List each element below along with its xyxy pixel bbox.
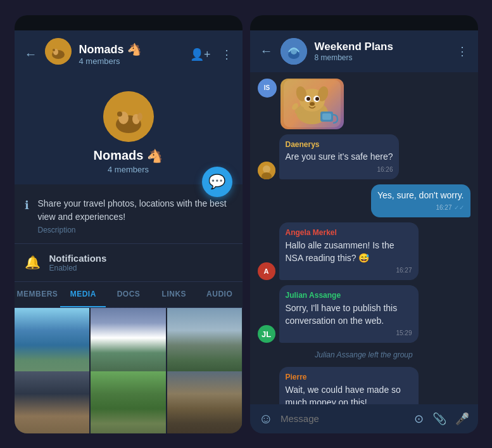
sender-name-pierre: Pierre: [286, 372, 412, 383]
media-grid: [15, 308, 243, 433]
media-cell-6[interactable]: [167, 371, 243, 433]
bell-icon: 🔔: [25, 255, 41, 270]
svg-point-12: [291, 48, 297, 54]
sticker-message: IS: [258, 79, 470, 129]
bubble-angela: Angela Merkel Hallo alle zusammen! Is th…: [279, 222, 419, 280]
sender-name-julian: Julian Assange: [286, 290, 412, 301]
bubble-pierre: Pierre Wait, we could have made so much …: [279, 367, 419, 404]
status-bar-left: [15, 15, 243, 30]
back-button-right[interactable]: ←: [260, 44, 273, 58]
right-members-count: 8 members: [315, 53, 449, 62]
bubble-julian: Julian Assange Sorry, I'll have to publi…: [279, 285, 419, 343]
avatar-julian: JL: [258, 325, 275, 343]
left-phone: ← Nomads 🐴 4 members 👤+ ⋮: [15, 15, 243, 433]
right-header: ← Weekend Plans 8 members ⋮: [250, 30, 478, 72]
status-bar-right: [250, 15, 478, 30]
msg-julian: JL Julian Assange Sorry, I'll have to pu…: [258, 285, 470, 343]
back-button[interactable]: ←: [25, 47, 37, 61]
chat-area: IS: [250, 72, 478, 404]
header-actions: 👤+ ⋮: [190, 48, 232, 61]
camera-icon[interactable]: ⊙: [414, 412, 424, 426]
description-label: Description: [38, 226, 232, 234]
weekend-avatar: [281, 38, 307, 65]
msg-daenerys: Daenerys Are you sure it's safe here? 16…: [258, 134, 470, 179]
svg-point-28: [263, 165, 270, 173]
right-more-icon[interactable]: ⋮: [457, 44, 468, 58]
notifications-status: Enabled: [49, 264, 107, 272]
sender-name-daenerys: Daenerys: [286, 139, 393, 150]
info-icon: ℹ: [25, 198, 29, 212]
mic-icon[interactable]: 🎤: [455, 412, 469, 426]
msg-text-outgoing: Yes, sure, don't worry.: [377, 190, 464, 200]
attach-icon[interactable]: 📎: [432, 412, 446, 426]
group-title-area: Nomads 🐴 4 members: [79, 42, 182, 66]
msg-outgoing: Yes, sure, don't worry. 16:27 ✓✓: [258, 184, 470, 218]
notifications-section[interactable]: 🔔 Notifications Enabled: [15, 244, 243, 282]
right-header-info: Weekend Plans 8 members: [315, 41, 449, 62]
system-message-julian: Julian Assange left the group: [258, 348, 470, 362]
svg-point-20: [306, 97, 310, 101]
description-content: Share your travel photos, locations with…: [38, 197, 232, 234]
right-phone: ← Weekend Plans 8 members ⋮ IS: [250, 15, 478, 433]
bubble-outgoing: Yes, sure, don't worry. 16:27 ✓✓: [371, 184, 470, 218]
msg-text-angela: Hallo alle zusammen! Is the NSA reading …: [286, 240, 394, 263]
msg-text-daenerys: Are you sure it's safe here?: [286, 151, 393, 162]
message-fab-button[interactable]: 💬: [202, 167, 232, 197]
group-avatar-large: [103, 91, 154, 142]
svg-point-21: [315, 97, 319, 101]
notifications-content: Notifications Enabled: [49, 253, 107, 272]
input-action-icons: ⊙ 📎 🎤: [414, 412, 469, 426]
message-fab-icon: 💬: [208, 174, 225, 190]
group-name-header: Nomads 🐴: [79, 42, 182, 56]
bubble-daenerys: Daenerys Are you sure it's safe here? 16…: [279, 134, 400, 179]
tab-audio[interactable]: AUDIO: [197, 282, 243, 307]
avatar-angela: A: [258, 262, 275, 280]
media-cell-4[interactable]: [15, 371, 90, 433]
msg-text-julian: Sorry, I'll have to publish this convers…: [286, 303, 398, 326]
read-checkmark: ✓✓: [454, 203, 464, 212]
svg-point-22: [310, 102, 315, 106]
msg-time-julian: 15:29: [286, 329, 412, 338]
group-name-profile: Nomads 🐴: [94, 148, 163, 163]
msg-angela: A Angela Merkel Hallo alle zusammen! Is …: [258, 222, 470, 280]
notifications-title: Notifications: [49, 253, 107, 264]
tab-media[interactable]: MEDIA: [60, 282, 106, 307]
tab-docs[interactable]: DOCS: [106, 282, 151, 307]
description-text: Share your travel photos, locations with…: [38, 197, 232, 224]
msg-text-pierre: Wait, we could have made so much money o…: [286, 385, 401, 404]
right-group-name: Weekend Plans: [315, 41, 449, 53]
chat-input-bar: ☺ ⊙ 📎 🎤: [250, 404, 478, 433]
members-count-header: 4 members: [79, 56, 182, 66]
msg-pierre: P Pierre Wait, we could have made so muc…: [258, 367, 470, 404]
media-cell-5[interactable]: [91, 371, 166, 433]
add-user-icon[interactable]: 👤+: [190, 48, 211, 61]
svg-point-9: [137, 113, 142, 120]
msg-time-angela: 16:27: [286, 266, 412, 275]
message-input[interactable]: [281, 413, 407, 424]
sticker-box: [281, 79, 344, 129]
tabs-row: MEMBERS MEDIA DOCS LINKS AUDIO: [15, 282, 243, 308]
avatar-daenerys: [258, 162, 275, 179]
svg-rect-26: [322, 113, 331, 120]
svg-point-3: [53, 49, 55, 51]
group-avatar-small: [45, 38, 72, 65]
left-header: ← Nomads 🐴 4 members 👤+ ⋮: [15, 30, 243, 79]
profile-section: Nomads 🐴 4 members 💬: [15, 79, 243, 184]
members-count-profile: 4 members: [108, 165, 149, 174]
msg-time-outgoing: 16:27 ✓✓: [377, 203, 464, 212]
emoji-button[interactable]: ☺: [259, 411, 273, 427]
msg-time-daenerys: 16:26: [286, 165, 393, 174]
sender-name-angela: Angela Merkel: [286, 227, 412, 238]
svg-point-7: [117, 112, 122, 117]
tab-links[interactable]: LINKS: [151, 282, 197, 307]
more-options-icon[interactable]: ⋮: [221, 48, 232, 61]
tab-members[interactable]: MEMBERS: [15, 282, 61, 307]
avatar-is: IS: [258, 79, 277, 98]
